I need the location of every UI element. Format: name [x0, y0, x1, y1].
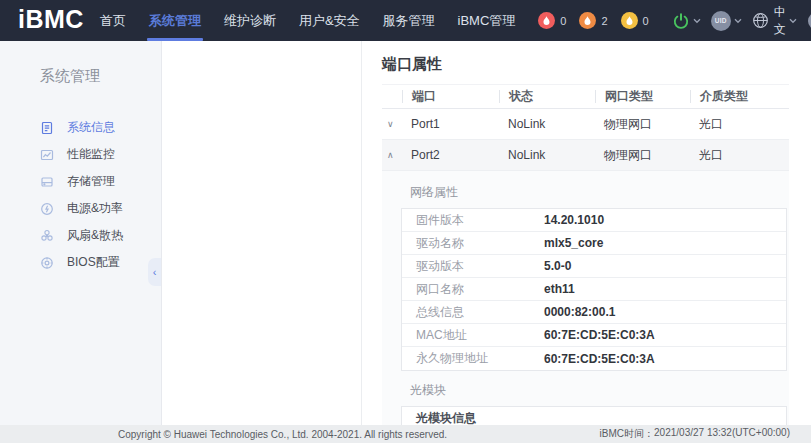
column-header-port: 端口 [402, 90, 499, 103]
uid-indicator-dropdown[interactable]: UID [711, 11, 742, 31]
port-table-header: 端口 状态 网口类型 介质类型 [382, 84, 789, 109]
minor-alarm-button[interactable]: 0 [621, 12, 649, 29]
port-name: Port2 [402, 148, 499, 162]
topbar: iBMC 首页 系统管理 维护诊断 用户&安全 服务管理 iBMC管理 0 2 … [0, 0, 811, 41]
sidebar-item-label: 电源&功率 [67, 200, 123, 217]
port-status: NoLink [499, 148, 595, 162]
chevron-down-icon[interactable]: ∨ [382, 119, 402, 129]
storage-icon [40, 175, 54, 189]
chevron-down-icon [734, 18, 742, 24]
table-row-port2[interactable]: ∧ Port2 NoLink 物理网口 光口 [382, 140, 789, 171]
sidebar-item-label: 性能监控 [67, 146, 115, 163]
field-label: 总线信息 [402, 304, 544, 321]
critical-alarm-icon [538, 12, 555, 29]
sidebar-item-label: 风扇&散热 [67, 227, 123, 244]
table-row-port1[interactable]: ∨ Port1 NoLink 物理网口 光口 [382, 109, 789, 140]
field-label: 网口名称 [402, 281, 544, 298]
power-icon [40, 202, 54, 216]
collapse-icon: ‹ [153, 266, 157, 278]
field-value: eth11 [544, 282, 575, 296]
ibmc-time-label: iBMC时间： [600, 427, 654, 441]
sidebar-item-label: 系统信息 [67, 119, 115, 136]
field-value: 60:7E:CD:5E:C0:3A [544, 328, 655, 342]
port-net-type: 物理网口 [595, 116, 690, 133]
port-name: Port1 [402, 117, 499, 131]
sidebar-title: 系统管理 [40, 67, 161, 86]
nav-item-services[interactable]: 服务管理 [383, 0, 435, 41]
network-properties-table: 固件版本 14.20.1010 驱动名称 mlx5_core 驱动版本 5.0-… [401, 208, 787, 371]
footer: Copyright © Huawei Technologies Co., Ltd… [0, 425, 811, 443]
sidebar-item-fan[interactable]: 风扇&散热 [0, 222, 161, 249]
sidebar-item-bios[interactable]: BIOS配置 [0, 249, 161, 276]
chevron-down-icon [789, 18, 797, 24]
network-section-title: 网络属性 [401, 173, 787, 208]
sidebar-collapse-button[interactable]: ‹ [148, 258, 161, 286]
critical-alarm-button[interactable]: 0 [538, 12, 566, 29]
table-row: MAC地址 60:7E:CD:5E:C0:3A [402, 324, 786, 347]
minor-alarm-icon [621, 12, 638, 29]
column-header-media-type: 介质类型 [690, 90, 789, 103]
port-media-type: 光口 [690, 147, 789, 164]
copyright-text: Copyright © Huawei Technologies Co., Ltd… [118, 429, 447, 440]
secondary-panel [162, 41, 362, 425]
page-body: 系统管理 系统信息 性能监控 存储管理 [0, 41, 811, 425]
field-label: 永久物理地址 [402, 350, 544, 367]
user-avatar-button[interactable] [807, 11, 811, 31]
field-value: mlx5_core [544, 236, 603, 250]
sidebar-item-power[interactable]: 电源&功率 [0, 195, 161, 222]
ibmc-logo: iBMC [18, 5, 84, 34]
minor-alarm-count: 0 [643, 15, 649, 27]
fan-icon [40, 229, 54, 243]
table-row: 永久物理地址 60:7E:CD:5E:C0:3A [402, 347, 786, 370]
major-alarm-icon [579, 12, 596, 29]
port2-detail-panel: 网络属性 固件版本 14.20.1010 驱动名称 mlx5_core 驱动版本… [382, 171, 789, 425]
page-title: 端口属性 [382, 55, 789, 74]
sidebar-item-label: 存储管理 [67, 173, 115, 190]
field-value: 0000:82:00.1 [544, 305, 615, 319]
nav-item-home[interactable]: 首页 [100, 0, 126, 41]
optical-module-table: 光模块信息 厂商 WTD 序列号 HN205200110043 [401, 406, 787, 425]
bios-icon [40, 256, 54, 270]
column-header-net-type: 网口类型 [595, 90, 690, 103]
main-content: 端口属性 端口 状态 网口类型 介质类型 ∨ Port1 NoLink 物理网口… [362, 41, 811, 425]
uid-icon: UID [711, 11, 731, 31]
table-row: 总线信息 0000:82:00.1 [402, 301, 786, 324]
major-alarm-count: 2 [601, 15, 607, 27]
nav-item-ibmc-mgmt[interactable]: iBMC管理 [458, 0, 516, 41]
critical-alarm-count: 0 [560, 15, 566, 27]
optical-table-header: 光模块信息 [402, 407, 786, 425]
chevron-up-icon[interactable]: ∧ [382, 150, 402, 160]
port-net-type: 物理网口 [595, 147, 690, 164]
system-info-icon [40, 121, 54, 135]
topbar-controls: 0 2 0 UID [538, 4, 811, 38]
sidebar-item-label: BIOS配置 [67, 254, 120, 271]
table-row: 驱动名称 mlx5_core [402, 232, 786, 255]
table-row: 驱动版本 5.0-0 [402, 255, 786, 278]
chevron-down-icon [693, 18, 701, 24]
performance-icon [40, 148, 54, 162]
sidebar: 系统管理 系统信息 性能监控 存储管理 [0, 41, 162, 425]
sidebar-item-storage[interactable]: 存储管理 [0, 168, 161, 195]
power-control-dropdown[interactable] [672, 12, 701, 30]
ibmc-time: iBMC时间： 2021/03/27 13:32(UTC+00:00) [600, 427, 790, 441]
globe-icon [752, 12, 769, 29]
ibmc-time-value: 2021/03/27 13:32(UTC+00:00) [654, 427, 790, 441]
field-label: MAC地址 [402, 327, 544, 344]
avatar-icon [807, 11, 811, 31]
field-value: 5.0-0 [544, 259, 571, 273]
power-icon [672, 12, 690, 30]
sidebar-item-performance[interactable]: 性能监控 [0, 141, 161, 168]
field-label: 驱动版本 [402, 258, 544, 275]
optical-section-title: 光模块 [401, 371, 787, 406]
table-row: 网口名称 eth11 [402, 278, 786, 301]
field-value: 60:7E:CD:5E:C0:3A [544, 352, 655, 366]
port-status: NoLink [499, 117, 595, 131]
sidebar-item-system-info[interactable]: 系统信息 [0, 114, 161, 141]
nav-item-user-security[interactable]: 用户&安全 [299, 0, 360, 41]
nav-item-system[interactable]: 系统管理 [149, 0, 201, 41]
port-media-type: 光口 [690, 116, 789, 133]
language-dropdown[interactable]: 中文 [752, 4, 797, 38]
field-label: 固件版本 [402, 212, 544, 229]
nav-item-maintenance[interactable]: 维护诊断 [224, 0, 276, 41]
major-alarm-button[interactable]: 2 [579, 12, 607, 29]
